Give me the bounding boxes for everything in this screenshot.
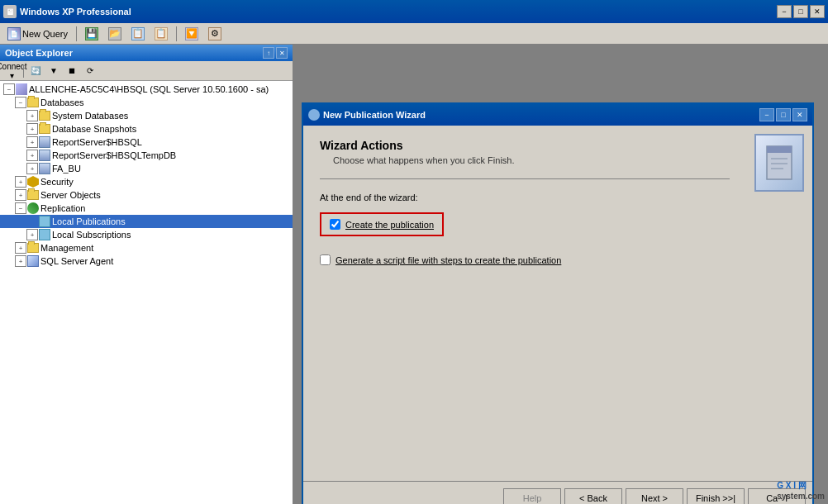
maximize-button[interactable]: □ xyxy=(793,5,808,18)
publication-icon xyxy=(763,142,796,183)
connect-button[interactable]: Connect ▾ xyxy=(3,64,20,78)
object-explorer-panel: Object Explorer ↑ ✕ Connect ▾ 🔄 ▼ ⏹ ⟳ − … xyxy=(0,45,293,504)
wizard-large-icon xyxy=(754,134,804,192)
close-button[interactable]: ✕ xyxy=(810,5,825,18)
oe-pin-button[interactable]: ↑ xyxy=(263,47,274,59)
stop-button[interactable]: ⏹ xyxy=(64,64,80,78)
replication-label: Replication xyxy=(40,203,85,213)
sync-button[interactable]: ⟳ xyxy=(82,64,98,78)
tree-item-databases[interactable]: − Databases xyxy=(0,96,293,109)
local-subscriptions-label: Local Subscriptions xyxy=(52,230,131,240)
generate-script-checkbox[interactable] xyxy=(320,254,331,265)
wizard-content: Wizard Actions Choose what happens when … xyxy=(303,126,812,481)
tree-expand-databases[interactable]: − xyxy=(15,97,26,108)
tree-expand-server[interactable]: − xyxy=(3,83,15,95)
server-label: ALLENCHE-A5C5C4\HBSQL (SQL Server 10.50.… xyxy=(29,84,269,94)
wizard-body: At the end of the wizard: Create the pub… xyxy=(320,193,730,468)
tree-item-security[interactable]: + Security xyxy=(0,175,293,188)
wizard-header-title: Wizard Actions xyxy=(320,139,730,152)
wizard-header: Wizard Actions Choose what happens when … xyxy=(320,139,730,165)
db-snapshots-label: Database Snapshots xyxy=(52,124,136,134)
next-button[interactable]: Next > xyxy=(626,488,683,505)
wizard-maximize-button[interactable]: □ xyxy=(776,108,791,121)
tree-item-replication[interactable]: − Replication xyxy=(0,202,293,215)
oe-separator xyxy=(23,64,24,78)
wizard-footer: Help < Back Next > Finish >>| Ca···l xyxy=(303,481,812,504)
wizard-title-buttons: − □ ✕ xyxy=(759,108,807,121)
wizard-side-image xyxy=(746,126,812,481)
oe-header-buttons: ↑ ✕ xyxy=(263,47,288,59)
toolbar-icon-btn-3[interactable]: 📋 xyxy=(127,25,149,43)
main-toolbar: 📄 New Query 💾 📂 📋 📋 🔽 ⚙ xyxy=(0,23,828,45)
wizard-divider xyxy=(320,178,730,179)
server-icon xyxy=(16,83,27,95)
back-button[interactable]: < Back xyxy=(564,488,622,505)
minimize-button[interactable]: − xyxy=(777,5,792,18)
tree-expand-local-sub[interactable]: + xyxy=(26,229,38,240)
tree-expand-server-objects[interactable]: + xyxy=(15,189,26,201)
tree-expand-fa-bu[interactable]: + xyxy=(26,163,38,174)
help-button[interactable]: Help xyxy=(503,488,561,505)
finish-button[interactable]: Finish >>| xyxy=(687,488,745,505)
create-publication-label: Create the publication xyxy=(345,220,434,230)
watermark-text: G X I 网 xyxy=(777,481,807,490)
title-bar-buttons: − □ ✕ xyxy=(777,5,825,18)
filter-icon: 🔽 xyxy=(185,27,198,40)
toolbar-icon-btn-1[interactable]: 💾 xyxy=(81,25,102,43)
tree-expand-system-db[interactable]: + xyxy=(26,110,38,121)
wizard-main: Wizard Actions Choose what happens when … xyxy=(303,126,746,481)
new-query-button[interactable]: 📄 New Query xyxy=(3,25,72,43)
tree-item-db-snapshots[interactable]: + Database Snapshots xyxy=(0,122,293,136)
toolbar-icon-btn-5[interactable]: 🔽 xyxy=(181,25,202,43)
server-objects-label: Server Objects xyxy=(40,190,101,200)
toolbar-icon-btn-4[interactable]: 📋 xyxy=(150,25,172,43)
tree-item-local-subscriptions[interactable]: + Local Subscriptions xyxy=(0,228,293,241)
new-query-icon: 📄 xyxy=(7,27,21,40)
tree-expand-management[interactable]: + xyxy=(15,242,26,254)
svg-rect-1 xyxy=(767,146,792,153)
tree-expand-local-pub xyxy=(26,216,38,227)
tree-expand-report-server-temp[interactable]: + xyxy=(26,150,38,161)
system-databases-label: System Databases xyxy=(52,111,128,121)
tree-item-report-server[interactable]: + ReportServer$HBSQL xyxy=(0,136,293,149)
option1-box: Create the publication xyxy=(320,212,444,236)
tree-item-sql-agent[interactable]: + SQL Server Agent xyxy=(0,254,293,268)
system-databases-icon xyxy=(39,111,50,121)
wizard-option-1: Create the publication xyxy=(330,219,434,230)
tree-expand-sql-agent[interactable]: + xyxy=(15,255,26,267)
wizard-minimize-button[interactable]: − xyxy=(759,108,774,121)
server-objects-icon xyxy=(27,190,39,200)
object-explorer-tree: − ALLENCHE-A5C5C4\HBSQL (SQL Server 10.5… xyxy=(0,81,293,504)
report-server-temp-icon xyxy=(39,150,50,161)
tree-expand-snapshots[interactable]: + xyxy=(26,123,38,135)
tree-expand-security[interactable]: + xyxy=(15,176,26,188)
databases-icon xyxy=(27,97,39,107)
tree-item-server-objects[interactable]: + Server Objects xyxy=(0,188,293,202)
oe-title: Object Explorer xyxy=(5,48,73,58)
wizard-close-button[interactable]: ✕ xyxy=(792,108,807,121)
report-server-icon xyxy=(39,136,50,148)
oe-close-button[interactable]: ✕ xyxy=(276,47,288,59)
tree-expand-replication[interactable]: − xyxy=(15,202,26,214)
tree-item-system-databases[interactable]: + System Databases xyxy=(0,109,293,122)
db-snapshots-icon xyxy=(39,124,50,134)
toolbar-icon-btn-2[interactable]: 📂 xyxy=(104,25,126,43)
tree-item-fa-bu[interactable]: + FA_BU xyxy=(0,162,293,175)
toolbar-icon-btn-6[interactable]: ⚙ xyxy=(204,25,226,43)
create-publication-checkbox[interactable] xyxy=(330,219,340,230)
report-server-temp-label: ReportServer$HBSQLTempDB xyxy=(52,150,176,160)
settings-icon: ⚙ xyxy=(208,27,221,40)
paste-icon: 📋 xyxy=(155,27,168,40)
save-icon: 💾 xyxy=(85,27,98,40)
refresh-button[interactable]: 🔄 xyxy=(27,64,44,78)
wizard-header-subtitle: Choose what happens when you click Finis… xyxy=(320,155,730,165)
tree-item-local-publications[interactable]: Local Publications xyxy=(0,215,293,228)
filter-button[interactable]: ▼ xyxy=(45,64,62,78)
report-server-label: ReportServer$HBSQL xyxy=(52,137,142,147)
tree-expand-report-server[interactable]: + xyxy=(26,136,38,148)
tree-item-report-server-temp[interactable]: + ReportServer$HBSQLTempDB xyxy=(0,149,293,162)
tree-item-management[interactable]: + Management xyxy=(0,241,293,254)
management-icon xyxy=(27,243,39,253)
tree-item-server[interactable]: − ALLENCHE-A5C5C4\HBSQL (SQL Server 10.5… xyxy=(0,83,293,96)
wizard-title-label: New Publication Wizard xyxy=(323,110,426,120)
